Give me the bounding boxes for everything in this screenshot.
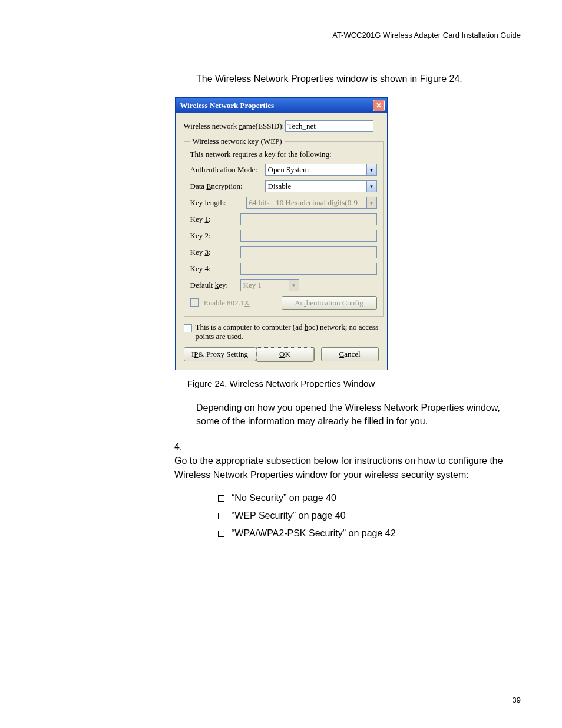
wireless-properties-dialog: Wireless Network Properties ✕ Wireless n… <box>175 97 388 370</box>
step4-number: 4. <box>174 440 192 454</box>
page-number: 39 <box>513 696 521 704</box>
dialog-title: Wireless Network Properties <box>180 101 275 110</box>
essid-input[interactable]: Tech_net <box>285 120 373 132</box>
bullet-icon <box>218 513 224 519</box>
ok-button[interactable]: OK <box>256 347 314 361</box>
keylength-select: 64 bits - 10 Hexadecimal digits(0-9 ▼ <box>246 197 377 209</box>
step4-text: Go to the appropriate subsection below f… <box>174 454 504 482</box>
essid-label: Wireless network name(ESSID): <box>184 121 285 131</box>
enc-label: Data Encryption: <box>190 182 265 191</box>
wep-legend: Wireless network key (WEP) <box>190 137 285 146</box>
bullet-icon <box>218 531 224 537</box>
close-icon[interactable]: ✕ <box>373 100 385 111</box>
auth-label: Authentication Mode: <box>190 165 265 174</box>
wep-note: This network requires a key for the foll… <box>190 150 377 159</box>
enable-8021x-label: Enable 802.1X <box>204 298 250 307</box>
bullet-icon <box>218 495 224 502</box>
chevron-down-icon: ▼ <box>366 197 376 208</box>
header-line: AT-WCC201G Wireless Adapter Card Install… <box>41 31 521 39</box>
para2: Depending on how you opened the Wireless… <box>196 401 521 428</box>
key4-input <box>240 263 377 275</box>
figure-caption: Figure 24. Wireless Network Properties W… <box>41 378 521 388</box>
wep-fieldset: Wireless network key (WEP) This network … <box>184 137 384 317</box>
key4-label: Key 4: <box>190 264 240 274</box>
auth-mode-select[interactable]: Open System ▼ <box>265 164 377 176</box>
list-item: “WPA/WPA2-PSK Security” on page 42 <box>218 528 521 539</box>
cancel-button[interactable]: Cancel <box>321 347 379 361</box>
keylen-label: Key length: <box>190 198 246 207</box>
list-item: “No Security” on page 40 <box>218 493 521 503</box>
list-item: “WEP Security” on page 40 <box>218 510 521 521</box>
chevron-down-icon[interactable]: ▼ <box>366 181 376 192</box>
enable-8021x-checkbox <box>190 298 199 307</box>
key1-label: Key 1: <box>190 215 240 224</box>
key1-input <box>240 213 377 225</box>
intro-text: The Wireless Network Properties window i… <box>196 73 521 85</box>
sub-bullets: “No Security” on page 40 “WEP Security” … <box>218 493 521 539</box>
key3-input <box>240 246 377 258</box>
chevron-down-icon: ▼ <box>289 280 299 291</box>
key2-label: Key 2: <box>190 231 240 241</box>
defaultkey-select: Key 1 ▼ <box>240 279 299 291</box>
titlebar: Wireless Network Properties ✕ <box>176 98 387 113</box>
chevron-down-icon[interactable]: ▼ <box>366 164 376 175</box>
ip-proxy-button[interactable]: IP & Proxy Setting <box>184 347 256 361</box>
encryption-select[interactable]: Disable ▼ <box>265 180 377 192</box>
adhoc-label: This is a computer to computer (ad hoc) … <box>196 322 379 341</box>
adhoc-checkbox[interactable] <box>184 324 192 332</box>
key3-label: Key 3: <box>190 248 240 257</box>
auth-config-button: Authentication Config <box>282 296 377 310</box>
defkey-label: Default key: <box>190 281 240 290</box>
key2-input <box>240 230 377 242</box>
